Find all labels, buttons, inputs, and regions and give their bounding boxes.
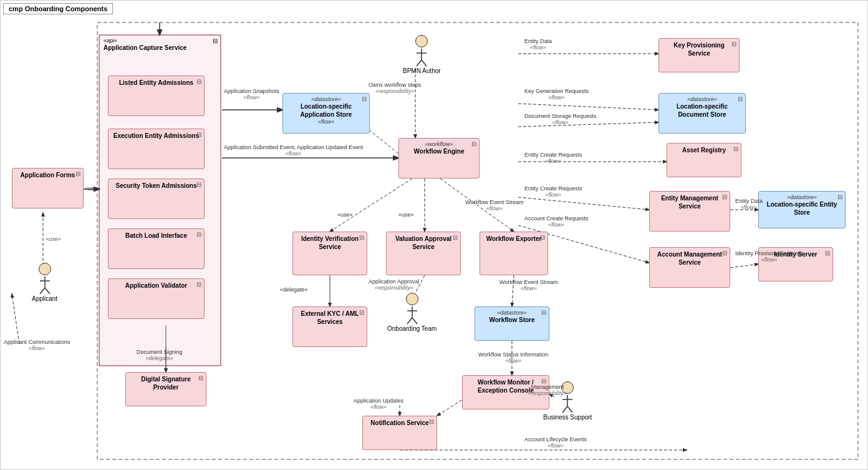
component-icon: ⊟ bbox=[722, 250, 727, 257]
workflow-exporter-label: Workflow Exporter bbox=[484, 235, 544, 243]
business-support-label: Business Support bbox=[543, 414, 592, 421]
component-icon: ⊟ bbox=[837, 193, 842, 200]
key-provisioning-box: ⊟ Key Provisioning Service bbox=[658, 38, 740, 72]
execution-entity-box: ⊟ Execution Entity Admissions bbox=[108, 129, 205, 169]
component-icon: ⊟ bbox=[738, 95, 743, 102]
arrow-label-entity-create-2: Entity Create Requests «flow» bbox=[524, 185, 582, 198]
datastore-stereotype-ws: «datastore» bbox=[479, 310, 545, 316]
identity-verification-box: ⊟ Identity Verification Service bbox=[292, 232, 367, 275]
arrow-label-app-submitted: Application Submitted Event, Application… bbox=[224, 144, 363, 157]
account-management-box: ⊟ Account Management Service bbox=[649, 247, 730, 288]
component-icon: ⊟ bbox=[75, 170, 80, 177]
arrow-label-management: Management «responsibility» bbox=[528, 384, 567, 396]
arrow-label-app-updates: Application Updates «flow» bbox=[354, 398, 403, 410]
arrow-label-owns-workflow: Owns workflow steps «responsibility» bbox=[369, 82, 422, 94]
component-icon: ⊟ bbox=[722, 193, 727, 200]
arrow-label-entity-data: Entity Data «flow» bbox=[524, 38, 552, 51]
asset-registry-box: ⊟ Asset Registry bbox=[667, 143, 741, 177]
digital-signature-box: ⊟ Digital Signature Provider bbox=[125, 372, 206, 406]
arrow-label-wf-status: Workflow Status Information «flow» bbox=[478, 351, 548, 364]
arrow-label-use-1: «use» bbox=[337, 212, 353, 218]
applicant-label: Applicant bbox=[32, 295, 57, 302]
arrow-label-entity-data-2: Entity Data «flow» bbox=[735, 198, 763, 210]
component-icon: ⊟ bbox=[731, 41, 736, 47]
svg-line-8 bbox=[370, 130, 398, 154]
arrow-label-identity-provision: Identity Provision Requests «flow» bbox=[735, 250, 803, 263]
arrow-label-entity-create-1: Entity Create Requests «flow» bbox=[524, 152, 582, 164]
diagram-container: cmp Onboarding Components «use» bbox=[0, 0, 868, 470]
arrow-label-lifecycle-events: Account Lifecycle Events «flow» bbox=[524, 436, 587, 449]
valuation-approval-box: ⊟ Valuation Approval Service bbox=[386, 232, 461, 275]
app-capture-icon: ⊟ bbox=[213, 37, 218, 44]
location-app-store-label: Location-specific Application Store bbox=[287, 102, 365, 119]
workflow-store-box: ⊟ «datastore» Workflow Store bbox=[475, 306, 549, 341]
asset-registry-label: Asset Registry bbox=[671, 146, 737, 154]
execution-entity-label: Execution Entity Admissions bbox=[112, 132, 200, 140]
location-doc-store-box: ⊟ «datastore» Location-specific Document… bbox=[658, 93, 746, 134]
arrow-label-use-3: «use» bbox=[85, 185, 100, 192]
api-stereotype: «api» bbox=[104, 37, 117, 44]
datastore-stereotype-lds: «datastore» bbox=[663, 96, 741, 102]
svg-line-23 bbox=[730, 264, 758, 268]
svg-line-35 bbox=[422, 60, 427, 66]
svg-line-42 bbox=[562, 406, 567, 413]
bpmn-author-figure bbox=[415, 35, 428, 47]
svg-line-39 bbox=[412, 318, 417, 324]
bpmn-author-actor: BPMN Author bbox=[403, 35, 441, 74]
workflow-stereotype: «workflow» bbox=[403, 141, 475, 147]
arrow-label-wf-event-stream: Workflow Event Stream «flow» bbox=[465, 199, 524, 212]
entity-management-box: ⊟ Entity Management Service bbox=[649, 191, 730, 232]
svg-line-21 bbox=[12, 294, 19, 344]
component-icon: ⊟ bbox=[196, 231, 201, 238]
svg-text:«use»: «use» bbox=[46, 236, 61, 242]
bpmn-author-label: BPMN Author bbox=[403, 67, 441, 74]
digital-signature-label: Digital Signature Provider bbox=[130, 375, 202, 391]
onboarding-figure bbox=[406, 293, 418, 305]
svg-line-34 bbox=[417, 60, 422, 66]
component-icon: ⊟ bbox=[540, 234, 545, 241]
arrow-label-doc-signing: Document Signing «delegate» bbox=[137, 349, 183, 361]
onboarding-team-label: Onboarding Team bbox=[387, 325, 436, 332]
app-capture-title: Application Capture Service bbox=[104, 44, 186, 51]
account-management-label: Account Management Service bbox=[653, 250, 726, 267]
batch-load-box: ⊟ Batch Load Interface bbox=[108, 228, 205, 269]
component-icon: ⊟ bbox=[359, 309, 364, 316]
component-icon: ⊟ bbox=[453, 234, 458, 241]
component-icon: ⊟ bbox=[196, 131, 201, 138]
external-kyc-box: ⊟ External KYC / AML Services bbox=[292, 306, 367, 347]
arrow-label-app-approval: Application Approval «responsibility» bbox=[369, 278, 420, 291]
application-forms-label: Application Forms bbox=[16, 171, 79, 179]
entity-management-label: Entity Management Service bbox=[653, 194, 726, 210]
workflow-engine-box: ⊟ «workflow» Workflow Engine bbox=[398, 138, 480, 179]
datastore-stereotype-les: «datastore» bbox=[763, 194, 841, 200]
application-forms-box: ⊟ Application Forms bbox=[12, 168, 84, 208]
arrow-label-app-snapshots: Application Snapshots «flow» bbox=[224, 88, 279, 100]
applicant-figure bbox=[39, 263, 51, 275]
component-icon: ⊟ bbox=[471, 140, 476, 147]
datastore-stereotype: «datastore» bbox=[287, 96, 365, 102]
svg-line-43 bbox=[567, 406, 572, 413]
workflow-exporter-box: ⊟ Workflow Exporter bbox=[480, 232, 548, 275]
svg-line-10 bbox=[518, 104, 658, 110]
notification-service-label: Notification Service bbox=[367, 419, 433, 427]
onboarding-team-actor: Onboarding Team bbox=[387, 293, 436, 332]
location-doc-store-label: Location-specific Document Store bbox=[663, 102, 741, 119]
security-token-box: ⊟ Security Token Admissions bbox=[108, 179, 205, 219]
svg-line-47 bbox=[45, 288, 50, 294]
location-app-store-box: ⊟ «datastore» Location-specific Applicat… bbox=[282, 93, 370, 134]
workflow-store-label: Workflow Store bbox=[479, 316, 545, 324]
arrow-label-account-create: Account Create Requests «flow» bbox=[524, 215, 589, 228]
svg-line-16 bbox=[330, 179, 412, 232]
component-icon: ⊟ bbox=[196, 281, 201, 288]
component-icon: ⊟ bbox=[825, 250, 830, 257]
component-icon: ⊟ bbox=[362, 95, 367, 102]
component-icon: ⊟ bbox=[198, 375, 203, 381]
key-provisioning-label: Key Provisioning Service bbox=[663, 41, 735, 57]
svg-line-38 bbox=[407, 318, 412, 324]
arrow-label-doc-storage: Document Storage Requests «flow» bbox=[524, 113, 597, 125]
svg-line-13 bbox=[518, 197, 649, 210]
notification-service-box: ⊟ Notification Service bbox=[362, 416, 437, 450]
arrow-label-delegate: «delegate» bbox=[280, 286, 308, 293]
arrow-label-key-gen: Key Generation Requests «flow» bbox=[524, 88, 589, 100]
arrow-label-wf-event-stream-2: Workflow Event Stream «flow» bbox=[499, 279, 558, 291]
